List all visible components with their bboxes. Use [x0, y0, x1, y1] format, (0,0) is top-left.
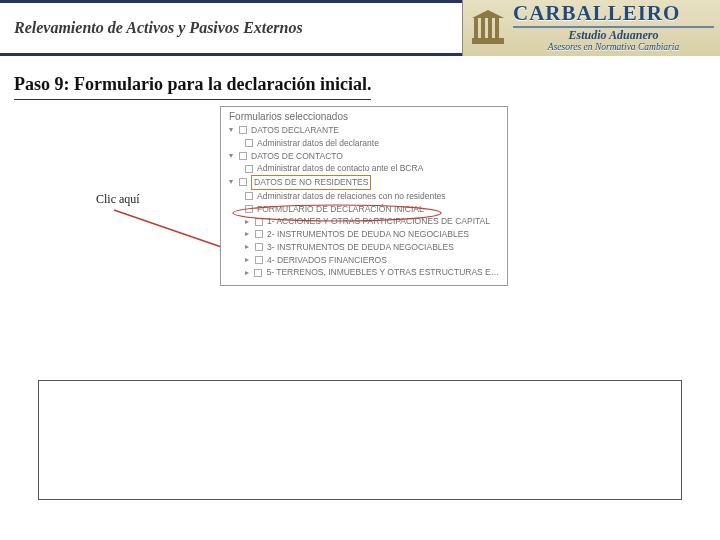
brand-name: CARBALLEIRO: [513, 3, 714, 24]
page-title: Relevamiento de Activos y Pasivos Extern…: [14, 19, 303, 37]
checkbox-icon: [255, 243, 263, 251]
tree-item-label: Administrar datos del declarante: [257, 137, 379, 150]
collapse-icon: ▾: [229, 176, 235, 188]
checkbox-icon: [254, 269, 262, 277]
tree-item-admin-contacto[interactable]: Administrar datos de contacto ante el BC…: [227, 162, 501, 175]
checkbox-icon: [255, 218, 263, 226]
tree-item-label: DATOS DE NO RESIDENTES: [251, 175, 371, 190]
tree-item-formulario-inicial[interactable]: FORMULARIO DE DECLARACIÓN INICIAL: [227, 203, 501, 216]
forms-tree-panel: Formularios seleccionados ▾ DATOS DECLAR…: [220, 106, 508, 286]
tree-item-label: Administrar datos de contacto ante el BC…: [257, 162, 423, 175]
tree-item-derivados[interactable]: ▸ 4- DERIVADOS FINANCIEROS: [227, 254, 501, 267]
tree-item-label: 1- ACCIONES Y OTRAS PARTICIPACIONES DE C…: [267, 215, 490, 228]
svg-rect-2: [481, 18, 485, 38]
checkbox-icon: [245, 192, 253, 200]
bullet-icon: ▸: [245, 216, 251, 228]
tree-item-datos-no-residentes[interactable]: ▾ DATOS DE NO RESIDENTES: [227, 175, 501, 190]
checkbox-icon: [255, 256, 263, 264]
svg-rect-4: [495, 18, 499, 38]
tree-item-label: DATOS DE CONTACTO: [251, 150, 343, 163]
tree-item-label: 4- DERIVADOS FINANCIEROS: [267, 254, 387, 267]
tree-item-deuda-no-negociables[interactable]: ▸ 2- INSTRUMENTOS DE DEUDA NO NEGOCIABLE…: [227, 228, 501, 241]
tree-item-label: 3- INSTRUMENTOS DE DEUDA NEGOCIABLES: [267, 241, 454, 254]
collapse-icon: ▾: [229, 124, 235, 136]
tree-item-label: 5- TERRENOS, INMUEBLES Y OTRAS ESTRUCTUR…: [266, 266, 501, 279]
step-heading: Paso 9: Formulario para la declaración i…: [14, 74, 371, 100]
checkbox-icon: [245, 165, 253, 173]
svg-marker-5: [472, 10, 504, 18]
brand-subtitle-1: Estudio Aduanero: [513, 26, 714, 42]
svg-rect-3: [488, 18, 492, 38]
collapse-icon: ▾: [229, 150, 235, 162]
tree-item-label: 2- INSTRUMENTOS DE DEUDA NO NEGOCIABLES: [267, 228, 469, 241]
main-content: Paso 9: Formulario para la declaración i…: [0, 56, 720, 540]
bullet-icon: ▸: [245, 228, 251, 240]
header-band: Relevamiento de Activos y Pasivos Extern…: [0, 0, 720, 56]
brand-subtitle-2: Asesores en Normativa Cambiaria: [513, 42, 714, 52]
tree-item-admin-no-residentes[interactable]: Administrar datos de relaciones con no r…: [227, 190, 501, 203]
empty-notes-box: [38, 380, 682, 500]
tree-item-label: Administrar datos de relaciones con no r…: [257, 190, 446, 203]
brand-logo-icon: [463, 0, 513, 56]
checkbox-icon: [239, 126, 247, 134]
click-here-annotation: Clic aquí: [96, 192, 140, 207]
bullet-icon: ▸: [245, 254, 251, 266]
checkbox-icon: [239, 152, 247, 160]
forms-tree-title: Formularios seleccionados: [221, 107, 507, 124]
checkbox-icon: [255, 230, 263, 238]
tree-item-label: FORMULARIO DE DECLARACIÓN INICIAL: [257, 203, 424, 216]
checkbox-icon: [239, 178, 247, 186]
bullet-icon: ▸: [245, 267, 250, 279]
svg-rect-0: [472, 38, 504, 44]
tree-item-acciones[interactable]: ▸ 1- ACCIONES Y OTRAS PARTICIPACIONES DE…: [227, 215, 501, 228]
tree-item-datos-contacto[interactable]: ▾ DATOS DE CONTACTO: [227, 150, 501, 163]
bullet-icon: ▸: [245, 241, 251, 253]
svg-line-6: [114, 210, 230, 250]
tree-item-terrenos[interactable]: ▸ 5- TERRENOS, INMUEBLES Y OTRAS ESTRUCT…: [227, 266, 501, 279]
svg-rect-1: [474, 18, 478, 38]
checkbox-icon: [245, 205, 253, 213]
checkbox-icon: [245, 139, 253, 147]
tree-item-datos-declarante[interactable]: ▾ DATOS DECLARANTE: [227, 124, 501, 137]
brand-block: CARBALLEIRO Estudio Aduanero Asesores en…: [462, 0, 720, 56]
tree-item-deuda-negociables[interactable]: ▸ 3- INSTRUMENTOS DE DEUDA NEGOCIABLES: [227, 241, 501, 254]
forms-tree-list: ▾ DATOS DECLARANTE Administrar datos del…: [221, 124, 507, 285]
tree-item-admin-declarante[interactable]: Administrar datos del declarante: [227, 137, 501, 150]
tree-item-label: DATOS DECLARANTE: [251, 124, 339, 137]
header-left-bar: Relevamiento de Activos y Pasivos Extern…: [0, 0, 462, 56]
